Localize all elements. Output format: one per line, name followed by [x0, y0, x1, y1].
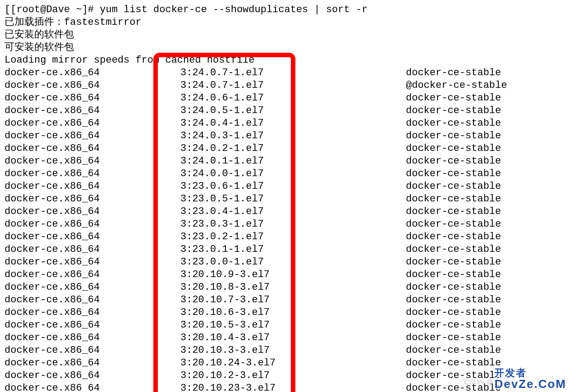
package-name: docker-ce.x86_64 — [5, 117, 180, 130]
package-row: docker-ce.x86_643:20.10.3-3.el7docker-ce… — [5, 344, 565, 357]
package-repo: docker-ce-stable — [406, 294, 501, 306]
package-repo: docker-ce-stable — [406, 117, 501, 130]
plugins-loaded-line: 已加载插件：fastestmirror — [5, 16, 565, 29]
package-name: docker-ce.x86_64 — [5, 332, 180, 344]
package-repo: docker-ce-stable — [406, 332, 501, 344]
package-name: docker-ce.x86_64 — [5, 168, 180, 180]
package-version: 3:24.0.7-1.el7 — [180, 79, 406, 92]
package-name: docker-ce.x86_64 — [5, 130, 180, 142]
package-row: docker-ce.x86_643:20.10.6-3.el7docker-ce… — [5, 306, 565, 319]
package-row: docker-ce.x86_643:23.0.2-1.el7docker-ce-… — [5, 231, 565, 243]
package-name: docker-ce.x86_64 — [5, 357, 180, 369]
package-version: 3:20.10.7-3.el7 — [180, 294, 406, 306]
package-name: docker-ce.x86_64 — [5, 269, 180, 281]
package-name: docker-ce.x86_64 — [5, 218, 180, 231]
package-repo: docker-ce-stable — [406, 142, 501, 155]
command-prompt-line: [[root@Dave ~]# yum list docker-ce --sho… — [5, 4, 565, 16]
package-name: docker-ce.x86_64 — [5, 319, 180, 332]
package-name: docker-ce.x86_64 — [5, 105, 180, 117]
package-name: docker-ce.x86_64 — [5, 142, 180, 155]
package-row: docker-ce.x86_643:24.0.3-1.el7docker-ce-… — [5, 130, 565, 142]
terminal-output: [[root@Dave ~]# yum list docker-ce --sho… — [0, 0, 570, 392]
package-row: docker-ce.x86_643:24.0.6-1.el7docker-ce-… — [5, 92, 565, 105]
package-row: docker-ce.x86_643:24.0.4-1.el7docker-ce-… — [5, 117, 565, 130]
package-version: 3:20.10.3-3.el7 — [180, 344, 406, 357]
package-row: docker-ce.x86_643:24.0.2-1.el7docker-ce-… — [5, 142, 565, 155]
package-version: 3:20.10.5-3.el7 — [180, 319, 406, 332]
package-version: 3:24.0.5-1.el7 — [180, 105, 406, 117]
package-repo: docker-ce-stable — [406, 205, 501, 218]
package-version: 3:23.0.2-1.el7 — [180, 231, 406, 243]
package-version: 3:23.0.1-1.el7 — [180, 243, 406, 256]
package-name: docker-ce.x86_64 — [5, 256, 180, 269]
package-repo: docker-ce-stable — [406, 168, 501, 180]
package-row: docker-ce.x86_643:23.0.6-1.el7docker-ce-… — [5, 180, 565, 193]
package-row: docker-ce.x86_643:20.10.7-3.el7docker-ce… — [5, 294, 565, 306]
package-row: docker-ce.x86_643:24.0.7-1.el7docker-ce-… — [5, 67, 565, 79]
package-row: docker-ce.x86_643:20.10.4-3.el7docker-ce… — [5, 332, 565, 344]
package-row: docker-ce.x86_643:24.0.0-1.el7docker-ce-… — [5, 168, 565, 180]
package-name: docker-ce.x86_64 — [5, 205, 180, 218]
package-name: docker-ce.x86 64 — [5, 382, 180, 392]
package-row: docker-ce.x86_643:20.10.5-3.el7docker-ce… — [5, 319, 565, 332]
package-version: 3:23.0.5-1.el7 — [180, 193, 406, 205]
package-repo: docker-ce-stable — [406, 180, 501, 193]
package-row: docker-ce.x86_643:20.10.24-3.el7docker-c… — [5, 357, 565, 369]
package-version: 3:20.10.23-3.el7 — [180, 382, 406, 392]
package-repo: docker-ce-stable — [406, 92, 501, 105]
package-name: docker-ce.x86_64 — [5, 294, 180, 306]
package-name: docker-ce.x86_64 — [5, 92, 180, 105]
package-row: docker-ce.x86_643:23.0.1-1.el7docker-ce-… — [5, 243, 565, 256]
package-repo: docker-ce-stable — [406, 193, 501, 205]
package-version: 3:23.0.4-1.el7 — [180, 205, 406, 218]
package-repo: docker-ce-stable — [406, 155, 501, 168]
package-row: docker-ce.x86_643:23.0.5-1.el7docker-ce-… — [5, 193, 565, 205]
package-repo: docker-ce-stable — [406, 256, 501, 269]
package-repo: docker-ce-stable — [406, 344, 501, 357]
package-row: docker-ce.x86_643:23.0.3-1.el7docker-ce-… — [5, 218, 565, 231]
package-version: 3:24.0.6-1.el7 — [180, 92, 406, 105]
package-version: 3:23.0.6-1.el7 — [180, 180, 406, 193]
package-name: docker-ce.x86_64 — [5, 155, 180, 168]
package-row: docker-ce.x86_643:20.10.8-3.el7docker-ce… — [5, 281, 565, 294]
package-repo: docker-ce-stable — [406, 130, 501, 142]
loading-mirror-line: Loading mirror speeds from cached hostfi… — [5, 54, 565, 67]
package-name: docker-ce.x86_64 — [5, 369, 180, 382]
package-version: 3:24.0.3-1.el7 — [180, 130, 406, 142]
package-repo: docker-ce-stable — [406, 218, 501, 231]
package-row: docker-ce.x86_643:24.0.5-1.el7docker-ce-… — [5, 105, 565, 117]
package-name: docker-ce.x86_64 — [5, 344, 180, 357]
available-packages-header: 可安装的软件包 — [5, 41, 565, 54]
package-version: 3:24.0.7-1.el7 — [180, 67, 406, 79]
package-row: docker-ce.x86_643:23.0.4-1.el7docker-ce-… — [5, 205, 565, 218]
package-version: 3:20.10.8-3.el7 — [180, 281, 406, 294]
package-version: 3:24.0.1-1.el7 — [180, 155, 406, 168]
package-version: 3:23.0.0-1.el7 — [180, 256, 406, 269]
package-version: 3:20.10.2-3.el7 — [180, 369, 406, 382]
package-version: 3:20.10.24-3.el7 — [180, 357, 406, 369]
package-name: docker-ce.x86_64 — [5, 231, 180, 243]
package-name: docker-ce.x86_64 — [5, 306, 180, 319]
package-repo: docker-ce-stable — [406, 319, 501, 332]
package-repo: docker-ce-stable — [406, 306, 501, 319]
package-repo: docker-ce-stable — [406, 269, 501, 281]
package-list: docker-ce.x86_643:24.0.7-1.el7docker-ce-… — [5, 67, 565, 392]
package-repo: docker-ce-stable — [406, 67, 501, 79]
package-version: 3:24.0.0-1.el7 — [180, 168, 406, 180]
package-repo: docker-ce-stable — [406, 231, 501, 243]
package-name: docker-ce.x86_64 — [5, 193, 180, 205]
package-row: docker-ce.x86_643:20.10.2-3.el7docker-ce… — [5, 369, 565, 382]
package-repo: docker-ce-stable — [406, 105, 501, 117]
package-version: 3:24.0.2-1.el7 — [180, 142, 406, 155]
package-version: 3:24.0.4-1.el7 — [180, 117, 406, 130]
package-repo: docker-ce-stable — [406, 357, 501, 369]
package-repo: @docker-ce-stable — [406, 79, 507, 92]
package-version: 3:20.10.6-3.el7 — [180, 306, 406, 319]
package-name: docker-ce.x86_64 — [5, 180, 180, 193]
package-repo: docker-ce-stable — [406, 281, 501, 294]
package-row: docker-ce.x86_643:24.0.1-1.el7docker-ce-… — [5, 155, 565, 168]
package-repo: docker-ce-stable — [406, 369, 501, 382]
package-row: docker-ce.x86_643:24.0.7-1.el7@docker-ce… — [5, 79, 565, 92]
package-version: 3:20.10.9-3.el7 — [180, 269, 406, 281]
package-repo: docker-ce-stable — [406, 382, 501, 392]
